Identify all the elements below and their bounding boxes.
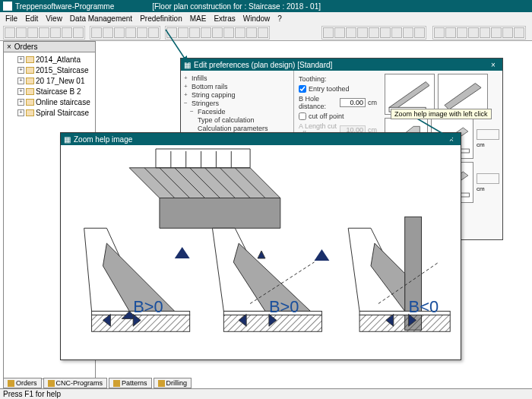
tab-orders[interactable]: Orders [3,378,42,388]
expand-icon[interactable]: + [17,99,24,106]
toolbar-button[interactable] [334,27,345,38]
bottom-tabs: Orders CNC-Programs Patterns Drilling [3,378,192,388]
toolbar-button[interactable] [148,27,159,38]
toolbar-button[interactable] [502,27,513,38]
tree-label: Spiral Staircase [36,109,89,117]
toolbar-button[interactable] [480,27,490,38]
tree-item[interactable]: +Bottom rails [184,82,290,90]
folder-icon [113,380,120,387]
menu-extras[interactable]: Extras [211,14,237,23]
expand-icon[interactable]: + [17,109,24,116]
menu-view[interactable]: View [43,14,65,23]
folder-icon [158,380,165,387]
toolbar-button[interactable] [62,27,72,38]
toolbar-button[interactable] [357,27,368,38]
close-icon[interactable]: × [7,43,11,51]
thumb-value[interactable] [477,129,499,140]
toolbar-button[interactable] [323,27,334,38]
toolbar-button[interactable] [178,27,188,38]
expand-icon[interactable]: + [17,56,24,63]
expand-icon[interactable]: + [184,83,189,90]
menu-window[interactable]: Window [241,14,273,23]
toolbar-button[interactable] [137,27,147,38]
toolbar-button[interactable] [391,27,402,38]
tree-item[interactable]: −Stringers [184,99,290,107]
toolbar-button[interactable] [223,27,234,38]
expand-icon[interactable]: + [184,91,189,98]
menu-mae[interactable]: MAE [188,14,209,23]
toolbar-button[interactable] [246,27,257,38]
expand-icon[interactable]: + [17,88,24,95]
toolbar-button[interactable] [514,27,524,38]
toolbar-button[interactable] [403,27,413,38]
zoom-titlebar[interactable]: ▦Zoom help image × [61,133,461,145]
svg-marker-32 [258,251,265,258]
thumb-value[interactable] [477,173,499,184]
entry-toothed-checkbox[interactable] [299,85,306,93]
toolbar-button[interactable] [50,27,61,38]
toolbar-button[interactable] [235,27,245,38]
toolbar-button[interactable] [414,27,425,38]
toolbar-button[interactable] [258,27,268,38]
tab-patterns[interactable]: Patterns [109,378,152,388]
toolbar-button[interactable] [5,27,15,38]
toolbar-button[interactable] [201,27,211,38]
close-button[interactable]: × [445,135,458,144]
menu-predefinition[interactable]: Predefinition [138,14,185,23]
cutoff-label: cut off point [309,112,344,120]
tree-item[interactable]: +20 17_New 01 [7,75,93,86]
bhole-input[interactable] [340,98,366,107]
tree-item[interactable]: +Online staircase [7,97,93,107]
expand-icon[interactable]: + [17,78,24,84]
toolbar-button[interactable] [468,27,479,38]
toolbar-button[interactable] [369,27,379,38]
tree-item[interactable]: +String capping [184,90,290,99]
toolbar-button[interactable] [346,27,356,38]
tree-item[interactable]: +Staircase B 2 [7,86,93,97]
toolbar-button[interactable] [434,27,445,38]
folder-icon [26,88,34,95]
menu-data-management[interactable]: Data Management [68,14,135,23]
toolbar-button[interactable] [27,27,38,38]
tree-item[interactable]: +2015_Staircase [7,65,93,75]
tree-label: Type of calculation [198,116,255,124]
tab-drilling[interactable]: Drilling [154,378,192,388]
toolbar-button[interactable] [103,27,113,38]
svg-marker-21 [156,149,250,168]
collapse-icon[interactable]: − [190,108,195,115]
toolbar-button[interactable] [380,27,391,38]
tab-cnc[interactable]: CNC-Programs [43,378,108,388]
close-button[interactable]: × [487,61,499,69]
expand-icon[interactable]: + [17,67,24,74]
toolbar-button[interactable] [445,27,456,38]
menu-file[interactable]: File [3,14,20,23]
tree-item[interactable]: Type of calculation [184,116,290,124]
toolbar-right [321,26,529,40]
tree-item[interactable]: +Spiral Staircase [7,107,93,118]
toolbar-button[interactable] [16,27,27,38]
menu-help[interactable]: ? [275,14,284,23]
cutoff-checkbox[interactable] [299,112,306,120]
toolbar-button[interactable] [91,27,102,38]
tree-item[interactable]: +2014_Atlanta [7,54,93,65]
toolbar-group-2 [90,26,160,40]
tree-item[interactable]: +Infills [184,74,290,82]
toolbar-button[interactable] [166,27,177,38]
tree-item[interactable]: −Faceside [184,107,290,116]
expand-icon[interactable]: + [184,74,189,81]
toolbar-button[interactable] [491,27,502,38]
folder-icon [26,78,34,84]
toolbar-button[interactable] [189,27,200,38]
toolbar-button[interactable] [114,27,125,38]
menu-edit[interactable]: Edit [23,14,40,23]
toolbar-button[interactable] [39,27,49,38]
tree-item[interactable]: Calculation parameters [184,124,290,132]
prefs-titlebar[interactable]: ▦Edit preferences (plan design) [Standar… [181,59,502,71]
toolbar-button[interactable] [125,27,136,38]
tree-label: String capping [192,91,236,99]
collapse-icon[interactable]: − [184,100,189,106]
zoom-body[interactable]: B>0 B>0 B<0 [61,145,461,359]
toolbar-button[interactable] [73,27,84,38]
toolbar-button[interactable] [212,27,223,38]
toolbar-button[interactable] [457,27,467,38]
